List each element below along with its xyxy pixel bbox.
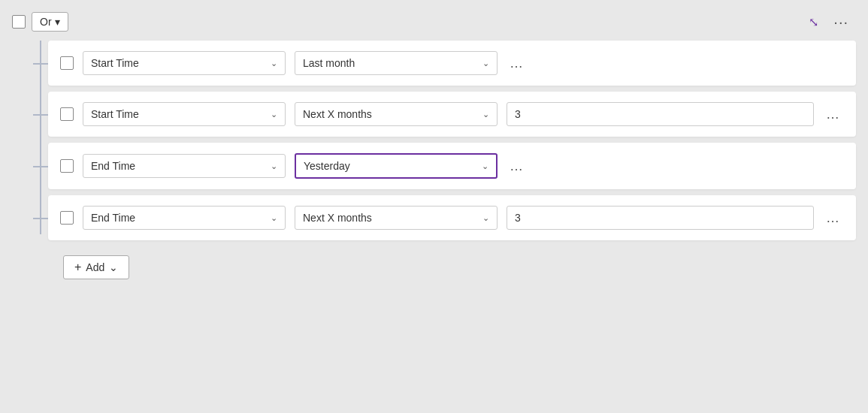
rows-area: Start Time ⌄ Last month ⌄ … Start Time ⌄ xyxy=(33,41,856,279)
row3-dots-button[interactable]: … xyxy=(507,158,528,174)
row2-checkbox[interactable] xyxy=(60,107,74,121)
filter-builder: Or ▾ ⤡ ··· Start Time ⌄ L xyxy=(0,0,868,413)
row3-condition-label: Yesterday xyxy=(304,160,476,172)
or-button[interactable]: Or ▾ xyxy=(32,12,68,32)
add-chevron: ⌄ xyxy=(109,261,118,273)
row2-value-input[interactable] xyxy=(507,102,814,126)
row3-field-chevron: ⌄ xyxy=(271,161,277,171)
filter-row: Start Time ⌄ Next X months ⌄ … xyxy=(48,92,856,137)
shrink-button[interactable]: ⤡ xyxy=(807,14,820,31)
row2-dots-button[interactable]: … xyxy=(823,107,844,122)
add-button[interactable]: + Add ⌄ xyxy=(63,255,129,279)
row4-value-input[interactable] xyxy=(507,206,814,230)
row3-field-label: End Time xyxy=(91,160,265,172)
row2-condition-label: Next X months xyxy=(303,108,476,120)
row2-field-label: Start Time xyxy=(91,108,265,120)
h-connector xyxy=(33,114,48,116)
row2-field-select[interactable]: Start Time ⌄ xyxy=(83,102,286,126)
vertical-line-col xyxy=(33,41,48,279)
h-connector xyxy=(33,63,48,65)
top-right-icons: ⤡ ··· xyxy=(807,12,850,32)
outer-checkbox[interactable] xyxy=(12,15,26,29)
row2-condition-chevron: ⌄ xyxy=(482,110,489,119)
add-area: + Add ⌄ xyxy=(48,249,856,279)
row1-field-label: Start Time xyxy=(91,57,265,69)
row1-checkbox[interactable] xyxy=(60,56,74,70)
row1-condition-label: Last month xyxy=(303,57,476,69)
h-connector xyxy=(33,166,48,167)
row3-condition-chevron: ⌄ xyxy=(482,161,488,171)
add-label: Add xyxy=(86,261,104,273)
or-label: Or xyxy=(40,16,52,28)
filter-row: End Time ⌄ Yesterday ⌄ … xyxy=(48,143,856,189)
shrink-icon: ⤡ xyxy=(809,15,818,29)
row4-checkbox[interactable] xyxy=(60,211,74,225)
rows-list: Start Time ⌄ Last month ⌄ … Start Time ⌄ xyxy=(48,41,856,279)
row1-dots-button[interactable]: … xyxy=(507,56,528,71)
row2-condition-select[interactable]: Next X months ⌄ xyxy=(295,102,498,126)
top-bar: Or ▾ xyxy=(12,12,856,32)
row1-condition-chevron: ⌄ xyxy=(482,59,489,68)
h-connector xyxy=(33,218,48,219)
row4-field-label: End Time xyxy=(91,212,265,224)
filter-row: Start Time ⌄ Last month ⌄ … xyxy=(48,41,856,86)
row1-field-select[interactable]: Start Time ⌄ xyxy=(83,51,286,75)
row3-field-select[interactable]: End Time ⌄ xyxy=(83,154,286,178)
filter-row: End Time ⌄ Next X months ⌄ … xyxy=(48,195,856,240)
row4-dots-button[interactable]: … xyxy=(823,210,844,226)
row3-condition-select[interactable]: Yesterday ⌄ xyxy=(295,153,498,179)
vertical-line xyxy=(40,41,41,234)
row3-checkbox[interactable] xyxy=(60,159,74,173)
row2-field-chevron: ⌄ xyxy=(271,110,277,119)
row1-field-chevron: ⌄ xyxy=(271,59,277,68)
row4-field-chevron: ⌄ xyxy=(271,213,277,223)
row4-condition-label: Next X months xyxy=(303,212,476,224)
plus-icon: + xyxy=(74,261,81,274)
top-dots-icon: ··· xyxy=(833,14,848,31)
or-chevron: ▾ xyxy=(55,16,60,28)
row4-field-select[interactable]: End Time ⌄ xyxy=(83,206,286,230)
top-dots-button[interactable]: ··· xyxy=(832,12,850,32)
row1-condition-select[interactable]: Last month ⌄ xyxy=(295,51,498,75)
row4-condition-select[interactable]: Next X months ⌄ xyxy=(295,206,498,230)
row4-condition-chevron: ⌄ xyxy=(482,213,489,223)
